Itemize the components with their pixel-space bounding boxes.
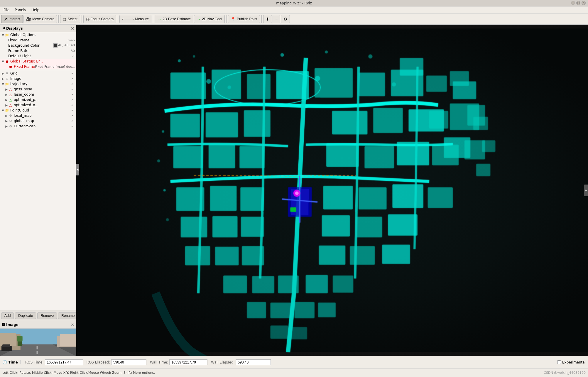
svg-rect-65 [247,302,266,318]
svg-rect-75 [429,111,448,129]
svg-rect-17 [247,74,270,99]
ros-elapsed-input[interactable] [111,359,146,365]
wall-time-input[interactable] [169,359,207,365]
menu-panels[interactable]: Panels [12,7,28,13]
svg-rect-44 [323,186,353,209]
current-scan-icon: ⚙ [8,124,13,129]
settings-button[interactable]: ⚙ [281,15,290,23]
gnss-pose-check[interactable]: ✓ [70,87,75,92]
add-axes-button[interactable]: ✛ [263,15,272,23]
tree-item-optimized-p[interactable]: ▶ △ optimized_p... ✓ [0,97,76,102]
svg-rect-66 [271,302,291,318]
select-icon: ◻ [63,17,66,21]
tree-item-global-options[interactable]: ▼ 📁 Global Options [0,32,76,38]
menu-file[interactable]: File [1,7,12,13]
duplicate-display-button[interactable]: Duplicate [15,312,36,319]
pose-estimate-button[interactable]: → 2D Pose Estimate [155,15,193,23]
error-icon-global: ● [5,59,9,64]
svg-rect-34 [173,146,203,168]
wall-elapsed-input[interactable] [236,359,271,365]
visualization-area[interactable]: ▶ [76,25,588,356]
expand-global-status: ▼ [1,60,5,63]
svg-point-83 [178,59,181,62]
optimized-p-check[interactable]: ✓ [70,97,75,102]
left-collapse-button[interactable]: ◀ [76,164,79,175]
toolbar-separator-5 [226,15,227,23]
publish-point-button[interactable]: 📍 Publish Point [228,15,260,23]
ros-time-input[interactable] [45,359,83,365]
experimental-checkbox[interactable] [557,360,561,364]
minus-button[interactable]: − [273,15,280,23]
grid-type-icon: ⊞ [5,71,9,76]
optimized-p-label: optimized_p... [14,98,70,102]
svg-rect-16 [212,70,241,99]
global-map-check[interactable]: ✓ [70,119,75,123]
tree-item-grid[interactable]: ▶ ⊞ Grid ✓ [0,71,76,76]
fixed-frame-label: Fixed Frame [8,38,68,42]
image-panel-close[interactable]: ✕ [71,322,74,327]
tree-item-bg-color[interactable]: Background Color 48; 48; 48 [0,43,76,48]
status-bar: Left-Click: Rotate. Middle-Click: Move X… [0,368,588,377]
tree-item-frame-rate[interactable]: Frame Rate 30 [0,48,76,53]
interact-button[interactable]: ↗ Interact [1,15,23,23]
minimize-button[interactable]: ─ [571,1,575,5]
rename-display-button[interactable]: Rename [58,312,76,319]
displays-panel-header: 🖥 Displays ✕ [0,25,76,32]
local-map-check[interactable]: ✓ [70,113,75,118]
svg-point-84 [193,55,195,58]
tree-item-global-status[interactable]: ▼ ● Global Status: Er... [0,59,76,64]
experimental-label[interactable]: Experimental [562,360,586,364]
title-bar: mapping.rviz* - RViz ─ □ ✕ [0,0,588,6]
window-title: mapping.rviz* - RViz [276,1,312,5]
optimized-o-check[interactable]: ✓ [70,103,75,107]
nav-goal-button[interactable]: → 2D Nav Goal [194,15,225,23]
close-button[interactable]: ✕ [582,1,586,5]
remove-display-button[interactable]: Remove [37,312,57,319]
focus-camera-button[interactable]: ◎ Focus Camera [83,15,116,23]
move-camera-button[interactable]: 🎥 Move Camera [23,15,57,23]
time-clock-icon: 🕐 [2,360,7,364]
tree-item-current-scan[interactable]: ▶ ⚙ CurrentScan ✓ [0,124,76,129]
tree-item-fixed-frame[interactable]: Fixed Frame map [0,38,76,43]
tree-item-laser-odom[interactable]: ▶ △ laser_odom ✓ [0,92,76,97]
displays-panel: 🖥 Displays ✕ ▼ 📁 Global Options Fixed Fr… [0,25,76,321]
tree-item-trajectory[interactable]: ▼ 📁 trajectory ✓ [0,81,76,87]
current-scan-check[interactable]: ✓ [70,124,75,129]
image-view [0,329,76,356]
menu-help[interactable]: Help [29,7,42,13]
tree-item-image[interactable]: ▶ ⊞ Image ✓ [0,76,76,81]
grid-check[interactable]: ✓ [70,71,75,76]
displays-close[interactable]: ✕ [71,26,74,31]
add-display-button[interactable]: Add [1,312,14,319]
svg-rect-40 [432,145,459,165]
laser-odom-check[interactable]: ✓ [70,92,75,97]
displays-icon: 🖥 [2,26,5,30]
tree-item-local-map[interactable]: ▶ ⚙ local_map ✓ [0,113,76,118]
tree-item-fixed-frame-error[interactable]: ● Fixed Frame Fixed Frame [map] doe... [0,64,76,69]
laser-odom-icon: △ [8,92,13,97]
expand-local-map: ▶ [5,114,8,117]
tree-item-gnss-pose[interactable]: ▶ △ gnss_pose ✓ [0,87,76,92]
svg-rect-63 [306,275,328,293]
pointcloud-check[interactable]: ✓ [70,108,75,113]
select-button[interactable]: ◻ Select [60,15,80,23]
time-panel-title: Time [8,360,18,364]
folder-icon-global-options: 📁 [5,33,9,37]
bg-color-value: 48; 48; 48 [53,43,76,48]
maximize-button[interactable]: □ [576,1,580,5]
tree-item-global-map[interactable]: ▶ ⚙ global_map ✓ [0,118,76,124]
svg-rect-4 [0,333,16,346]
svg-rect-18 [276,71,309,99]
tree-item-default-light[interactable]: Default Light ✓ [0,53,76,59]
focus-camera-icon: ◎ [86,17,89,21]
tree-item-pointcloud[interactable]: ▼ 📁 PointCloud ✓ [0,108,76,113]
svg-rect-73 [426,76,447,92]
svg-point-86 [325,50,328,53]
tree-item-optimized-o[interactable]: ▶ △ optimized_o... ✓ [0,102,76,108]
bg-color-label: Background Color [8,43,53,48]
image-check[interactable]: ✓ [70,76,75,81]
trajectory-check[interactable]: ✓ [70,82,75,86]
measure-button[interactable]: ⟵⟶ Measure [119,15,151,23]
window-controls[interactable]: ─ □ ✕ [571,1,586,5]
right-collapse-button[interactable]: ▶ [584,185,588,196]
